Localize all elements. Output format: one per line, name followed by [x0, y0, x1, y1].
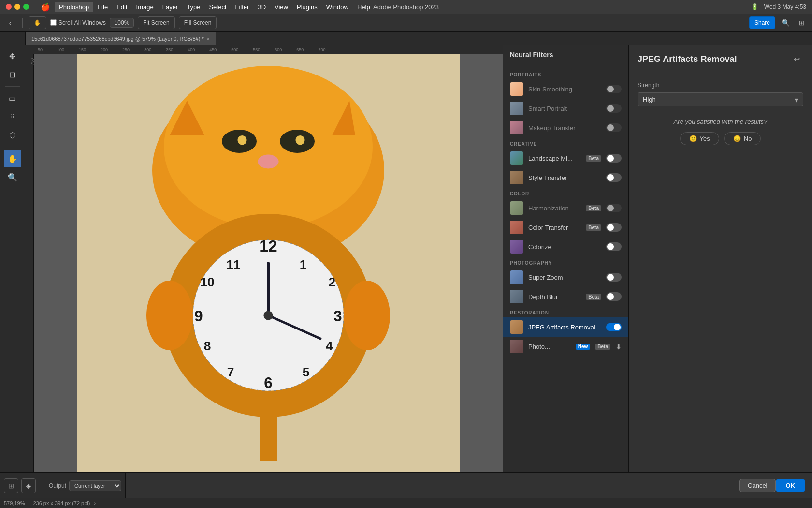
filter-name-skin-smoothing: Skin Smoothing	[528, 86, 601, 93]
filter-item-style-transfer[interactable]: Style Transfer	[503, 168, 628, 187]
back-button[interactable]: ‹	[4, 16, 16, 29]
strength-select-wrapper: Low Medium High ▾	[638, 92, 803, 106]
satisfaction-section: Are you satisfied with the results? 🙂 Ye…	[638, 118, 803, 145]
menu-layer[interactable]: Layer	[159, 2, 182, 12]
menu-image[interactable]: Image	[132, 2, 158, 12]
neural-footer: ⊞ ◈ Output Current layer New layer New d…	[0, 473, 126, 498]
hand-tool-btn[interactable]: ✋	[29, 16, 46, 29]
filter-item-photo-restore[interactable]: Photo... New Beta ⬇	[503, 337, 628, 356]
filter-name-smart-portrait: Smart Portrait	[528, 105, 601, 112]
frown-icon: 😞	[733, 135, 741, 142]
filter-toggle-smart-portrait[interactable]	[606, 104, 622, 113]
menu-filter[interactable]: Filter	[232, 2, 253, 12]
filter-item-makeup-transfer[interactable]: Makeup Transfer	[503, 118, 628, 137]
menu-plugins[interactable]: Plugins	[293, 2, 321, 12]
svg-text:1: 1	[300, 257, 307, 272]
svg-text:10: 10	[200, 275, 214, 289]
detail-panel-body: Strength Low Medium High ▾ Are you satis…	[629, 73, 812, 472]
filter-toggle-skin-smoothing[interactable]	[606, 85, 622, 93]
output-select[interactable]: Current layer New layer New document	[69, 480, 121, 491]
zoom-input[interactable]	[110, 18, 134, 28]
menu-help[interactable]: Help	[353, 2, 374, 12]
left-tool-panel: ✥ ⊡ ▭ ⍤ ⬡ ✋ 🔍	[0, 45, 25, 472]
neural-filters-scroll[interactable]: PORTRAITS Skin Smoothing Smart Portrait …	[503, 64, 628, 472]
photo-restore-icon[interactable]: ⬇	[615, 342, 622, 351]
doc-tab-active[interactable]: 15c61d0668737ddac77535268cbd3649.jpg @ 5…	[25, 32, 216, 45]
filter-item-jpeg-artifacts[interactable]: JPEG Artifacts Removal	[503, 317, 628, 337]
toolbar-separator-1	[22, 18, 23, 28]
fit-screen-btn[interactable]: Fit Screen	[138, 16, 175, 29]
hand-tool-left[interactable]: ✋	[4, 150, 21, 167]
filter-thumb-harmonization	[510, 201, 523, 215]
detail-panel: JPEG Artifacts Removal ↩ Strength Low Me…	[628, 45, 812, 472]
detail-panel-header: JPEG Artifacts Removal ↩	[629, 45, 812, 73]
minimize-button[interactable]	[14, 4, 20, 10]
filter-item-color-transfer[interactable]: Color Transfer Beta	[503, 218, 628, 237]
filter-item-skin-smoothing[interactable]: Skin Smoothing	[503, 79, 628, 99]
yes-button[interactable]: 🙂 Yes	[680, 132, 719, 145]
menu-window[interactable]: Window	[322, 2, 352, 12]
move-tool[interactable]: ✥	[4, 47, 21, 65]
menu-3d[interactable]: 3D	[254, 2, 270, 12]
section-restoration-label: RESTORATION	[503, 306, 628, 317]
filter-toggle-harmonization[interactable]	[606, 204, 622, 212]
artboard-tool[interactable]: ⊡	[4, 66, 21, 83]
filter-toggle-landscape-mix[interactable]	[606, 154, 622, 163]
ok-button[interactable]: OK	[776, 479, 806, 492]
strength-select[interactable]: Low Medium High	[638, 92, 803, 106]
svg-rect-27	[260, 414, 277, 461]
filter-toggle-style-transfer[interactable]	[606, 173, 622, 182]
filter-toggle-super-zoom[interactable]	[606, 273, 622, 282]
filter-toggle-depth-blur[interactable]	[606, 292, 622, 301]
filter-item-harmonization[interactable]: Harmonization Beta	[503, 198, 628, 218]
filter-toggle-jpeg-artifacts[interactable]	[606, 323, 622, 331]
no-button[interactable]: 😞 No	[724, 132, 761, 145]
filter-thumb-depth-blur	[510, 290, 523, 303]
neural-layers-btn[interactable]: ⊞	[4, 478, 18, 493]
expand-icon[interactable]: ›	[94, 500, 96, 506]
close-button[interactable]	[6, 4, 12, 10]
filter-name-colorize: Colorize	[528, 243, 601, 251]
filter-item-landscape-mix[interactable]: Landscape Mi... Beta	[503, 149, 628, 168]
menu-edit[interactable]: Edit	[113, 2, 131, 12]
fill-screen-btn[interactable]: Fill Screen	[179, 16, 217, 29]
fullscreen-button[interactable]	[23, 4, 29, 10]
menu-view[interactable]: View	[271, 2, 292, 12]
doc-tab-title: 15c61d0668737ddac77535268cbd3649.jpg @ 5…	[31, 36, 204, 42]
cancel-button[interactable]: Cancel	[740, 479, 775, 492]
filter-thumb-photo-restore	[510, 340, 523, 353]
doc-tab-close-btn[interactable]: ×	[207, 36, 210, 42]
filter-item-colorize[interactable]: Colorize	[503, 237, 628, 256]
search-button[interactable]: 🔍	[779, 16, 792, 29]
zoom-tool[interactable]: 🔍	[4, 168, 21, 186]
menu-type[interactable]: Type	[183, 2, 204, 12]
canvas-container[interactable]: 12 3 6 9 1 2 4 5 7 8 11 10	[34, 54, 503, 472]
menu-file[interactable]: File	[94, 2, 112, 12]
lasso-tool[interactable]: ⍤	[4, 108, 21, 125]
marquee-tool[interactable]: ▭	[4, 90, 21, 107]
window-title: Adobe Photoshop 2023	[373, 3, 439, 11]
filter-item-super-zoom[interactable]: Super Zoom	[503, 268, 628, 287]
badge-photo-new: New	[576, 344, 591, 350]
title-bar: 🍎 Photoshop File Edit Image Layer Type S…	[0, 0, 812, 14]
svg-point-26	[263, 311, 273, 320]
filter-name-style-transfer: Style Transfer	[528, 174, 601, 181]
filter-thumb-super-zoom	[510, 270, 523, 284]
filter-toggle-makeup-transfer[interactable]	[606, 123, 622, 132]
output-label: Output	[49, 482, 66, 489]
menu-photoshop[interactable]: Photoshop	[55, 2, 93, 12]
scroll-all-checkbox[interactable]	[50, 19, 57, 26]
object-select-tool[interactable]: ⬡	[4, 126, 21, 144]
filter-item-smart-portrait[interactable]: Smart Portrait	[503, 99, 628, 118]
badge-color-transfer-beta: Beta	[586, 224, 601, 231]
traffic-lights[interactable]	[6, 4, 29, 10]
neural-history-btn[interactable]: ◈	[21, 478, 36, 493]
apple-menu[interactable]: 🍎	[37, 1, 54, 13]
share-button[interactable]: Share	[749, 16, 775, 29]
detail-restore-button[interactable]: ↩	[790, 52, 803, 66]
filter-toggle-color-transfer[interactable]	[606, 223, 622, 232]
panels-button[interactable]: ⊞	[796, 16, 808, 29]
menu-select[interactable]: Select	[205, 2, 230, 12]
filter-toggle-colorize[interactable]	[606, 242, 622, 251]
filter-item-depth-blur[interactable]: Depth Blur Beta	[503, 287, 628, 306]
